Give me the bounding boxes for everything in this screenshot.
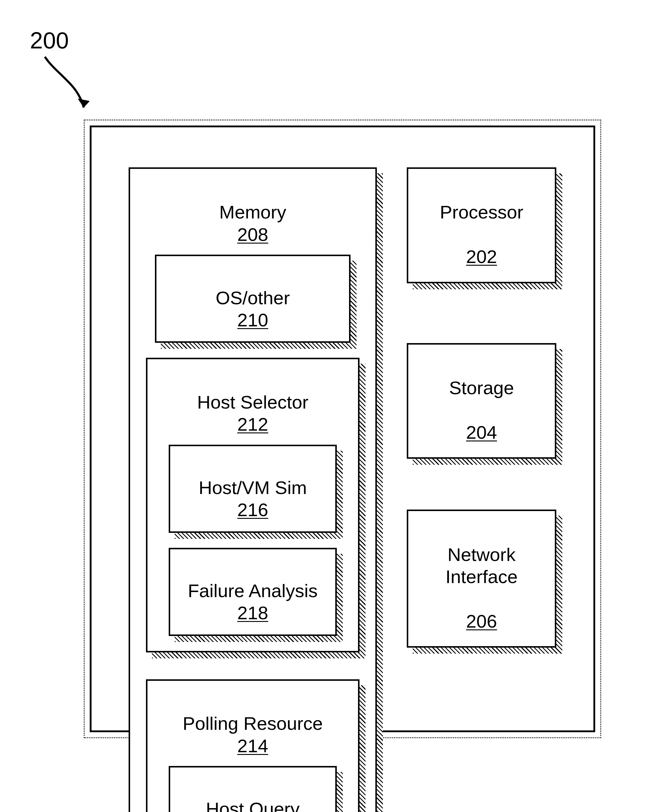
memory-title: Memory 208 [139,179,366,246]
failure-analysis-block: Failure Analysis 218 [169,548,337,636]
diagram-ref-label: 200 [30,27,69,54]
polling-resource-block: Polling Resource 214 Host Query 220 [146,679,359,812]
host-selector-block: Host Selector 212 Host/VM Sim 216 [146,358,359,653]
left-column: Memory 208 OS/other 210 [129,167,377,812]
svg-marker-0 [78,99,90,108]
processor-block: Processor 202 [407,167,556,283]
storage-block: Storage 204 [407,343,556,459]
host-query-block: Host Query 220 [169,766,337,812]
memory-block: Memory 208 OS/other 210 [129,167,377,812]
network-interface-block: Network Interface 206 [407,509,556,648]
host-vm-sim-block: Host/VM Sim 216 [169,445,337,533]
os-block: OS/other 210 [155,255,351,343]
right-column: Processor 202 Storage 204 Network Interf… [407,167,556,812]
arrow-icon [39,51,99,123]
